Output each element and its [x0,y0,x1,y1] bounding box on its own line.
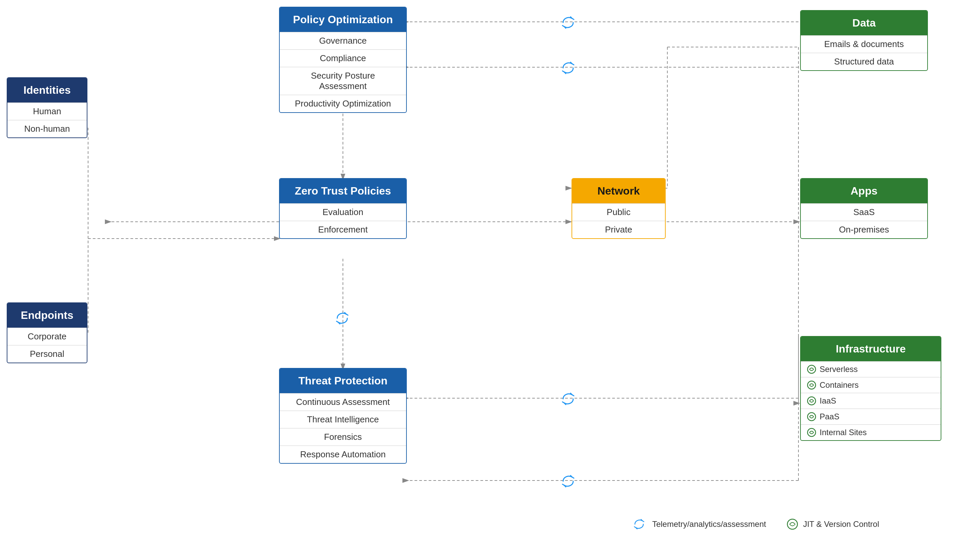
endpoints-header: Endpoints [7,303,87,327]
telemetry-icon-response [558,472,578,491]
infrastructure-box: Infrastructure Serverless Containers Iaa… [800,336,941,441]
infra-paas-label: PaaS [819,412,840,421]
diagram-container: Policy Optimization Governance Complianc… [0,0,980,542]
zero-trust-row-enforcement: Enforcement [280,221,406,238]
network-row-public: Public [572,203,665,221]
infra-row-containers: Containers [801,377,941,393]
jit-legend-icon [786,518,799,530]
identities-row-human: Human [7,102,87,120]
infra-row-paas: PaaS [801,408,941,424]
apps-header: Apps [801,179,927,203]
svg-point-22 [808,381,816,389]
identities-row-nonhuman: Non-human [7,120,87,137]
legend: Telemetry/analytics/assessment JIT & Ver… [631,517,879,532]
infra-serverless-label: Serverless [819,365,858,374]
jit-icon-internal [807,428,816,437]
jit-icon-containers [807,380,816,390]
legend-jit: JIT & Version Control [786,518,879,530]
jit-icon-iaas [807,396,816,405]
identities-header: Identities [7,78,87,102]
infra-row-internal: Internal Sites [801,424,941,440]
svg-point-26 [788,519,797,529]
policy-row-compliance: Compliance [280,49,406,67]
telemetry-icon-middle [332,309,352,329]
legend-telemetry: Telemetry/analytics/assessment [631,517,766,532]
telemetry-icon-continuous [558,390,578,409]
infra-iaas-label: IaaS [819,396,836,405]
identities-box: Identities Human Non-human [7,77,88,138]
data-row-emails: Emails & documents [801,35,927,53]
apps-row-saas: SaaS [801,203,927,221]
threat-protection-box: Threat Protection Continuous Assessment … [279,368,407,464]
infra-row-serverless: Serverless [801,361,941,377]
policy-row-governance: Governance [280,32,406,49]
svg-point-24 [808,413,816,421]
network-header: Network [572,179,665,203]
threat-protection-header: Threat Protection [280,369,406,393]
threat-row-intelligence: Threat Intelligence [280,411,406,428]
policy-optimization-box: Policy Optimization Governance Complianc… [279,7,407,113]
svg-point-23 [808,397,816,405]
network-box: Network Public Private [571,178,666,239]
telemetry-legend-icon [631,517,648,532]
jit-legend-label: JIT & Version Control [803,520,879,529]
policy-row-productivity: Productivity Optimization [280,95,406,112]
telemetry-icon-governance [558,13,578,33]
jit-icon-serverless [807,365,816,374]
arrows-svg [0,0,980,542]
data-row-structured: Structured data [801,53,927,70]
zero-trust-box: Zero Trust Policies Evaluation Enforceme… [279,178,407,239]
zero-trust-header: Zero Trust Policies [280,179,406,203]
infra-row-iaas: IaaS [801,393,941,408]
threat-row-continuous: Continuous Assessment [280,393,406,411]
endpoints-box: Endpoints Corporate Personal [7,302,88,363]
endpoints-row-personal: Personal [7,345,87,362]
apps-box: Apps SaaS On-premises [800,178,928,239]
data-box: Data Emails & documents Structured data [800,10,928,71]
policy-optimization-header: Policy Optimization [280,7,406,32]
policy-row-security-posture: Security Posture Assessment [280,67,406,95]
svg-point-21 [808,365,816,374]
infra-internal-label: Internal Sites [819,428,867,437]
zero-trust-row-evaluation: Evaluation [280,203,406,221]
telemetry-legend-label: Telemetry/analytics/assessment [652,520,766,529]
infra-containers-label: Containers [819,380,859,390]
telemetry-icon-posture [558,59,578,78]
apps-row-onprem: On-premises [801,221,927,238]
jit-icon-paas [807,412,816,421]
network-row-private: Private [572,221,665,238]
threat-row-response: Response Automation [280,445,406,463]
data-header: Data [801,11,927,35]
infrastructure-header: Infrastructure [801,337,941,361]
endpoints-row-corporate: Corporate [7,327,87,345]
threat-row-forensics: Forensics [280,428,406,445]
svg-point-25 [808,428,816,437]
